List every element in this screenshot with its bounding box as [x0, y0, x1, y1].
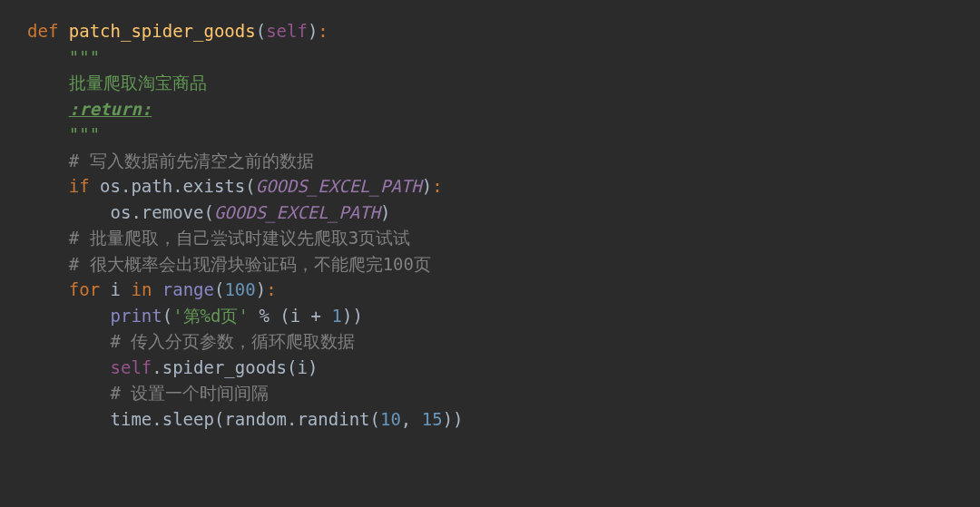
- code-line-6: # 写入数据前先清空之前的数据: [27, 148, 953, 174]
- lparen: (: [203, 202, 213, 222]
- code-line-13: # 传入分页参数，循环爬取数据: [27, 328, 953, 355]
- code-line-10: # 很大概率会出现滑块验证码，不能爬完100页: [27, 251, 953, 278]
- keyword-for: for: [69, 279, 111, 299]
- docstr-indent: [27, 99, 69, 119]
- var-i: i: [297, 357, 307, 377]
- lparen2: (: [279, 306, 289, 326]
- code-line-16: time.sleep(random.randint(10, 15)): [27, 406, 953, 433]
- random-randint: random.randint: [224, 409, 369, 429]
- indent: [27, 202, 111, 222]
- docstr-return: :return:: [69, 99, 152, 119]
- rparen: ): [453, 409, 463, 429]
- rparen: ): [256, 279, 266, 299]
- indent: [27, 409, 111, 429]
- lparen: (: [214, 279, 224, 299]
- indent: [27, 279, 69, 299]
- indent: [27, 357, 111, 377]
- code-line-15: # 设置一个时间间隔: [27, 380, 953, 406]
- function-name: patch_spider_goods: [69, 21, 256, 41]
- keyword-if: if: [69, 176, 100, 196]
- rparen2: ): [443, 409, 453, 429]
- var-i: i: [290, 306, 300, 326]
- keyword-def: def: [27, 21, 69, 41]
- indent: [27, 176, 69, 196]
- lparen2: (: [370, 409, 380, 429]
- lparen: (: [162, 306, 172, 326]
- indent: [27, 306, 111, 326]
- space: [121, 279, 131, 299]
- colon: :: [432, 176, 442, 196]
- code-line-7: if os.path.exists(GOODS_EXCEL_PATH):: [27, 173, 953, 200]
- rparen: ): [352, 306, 362, 326]
- code-line-4: :return:: [27, 96, 953, 122]
- os-path-exists: os.path.exists: [100, 176, 245, 196]
- num-15: 15: [422, 409, 443, 429]
- const-goods-path: GOODS_EXCEL_PATH: [256, 176, 422, 196]
- code-line-8: os.remove(GOODS_EXCEL_PATH): [27, 200, 953, 226]
- string-literal: '第%d页': [172, 306, 249, 326]
- method-spider-goods: spider_goods: [162, 357, 287, 377]
- num-1: 1: [332, 306, 342, 326]
- lparen: (: [214, 409, 224, 429]
- code-line-9: # 批量爬取，自己尝试时建议先爬取3页试试: [27, 225, 953, 251]
- code-line-1: def patch_spider_goods(self):: [27, 18, 953, 44]
- var-i: i: [111, 279, 121, 299]
- self-ref: self: [111, 357, 152, 377]
- colon: :: [266, 279, 276, 299]
- code-editor[interactable]: def patch_spider_goods(self): """ 批量爬取淘宝…: [27, 18, 953, 432]
- rparen2: ): [342, 306, 352, 326]
- builtin-print: print: [111, 306, 162, 326]
- code-line-12: print('第%d页' % (i + 1)): [27, 303, 953, 329]
- comma: ,: [401, 409, 422, 429]
- code-line-3: 批量爬取淘宝商品: [27, 70, 953, 96]
- rparen: ): [308, 21, 318, 41]
- rparen: ): [422, 176, 432, 196]
- op-percent: %: [249, 306, 279, 326]
- code-line-11: for i in range(100):: [27, 277, 953, 303]
- builtin-range: range: [162, 279, 214, 299]
- const-goods-path: GOODS_EXCEL_PATH: [214, 202, 380, 222]
- dot: .: [152, 357, 162, 377]
- lparen: (: [287, 357, 297, 377]
- time-sleep: time.sleep: [111, 409, 214, 429]
- code-line-2: """: [27, 44, 953, 71]
- code-line-14: self.spider_goods(i): [27, 355, 953, 381]
- op-plus: +: [300, 306, 331, 326]
- rparen: ): [308, 357, 318, 377]
- num-100: 100: [224, 279, 255, 299]
- rparen: ): [380, 202, 390, 222]
- os-remove: os.remove: [111, 202, 204, 222]
- keyword-in: in: [131, 279, 162, 299]
- colon: :: [318, 21, 328, 41]
- lparen: (: [245, 176, 255, 196]
- num-10: 10: [380, 409, 401, 429]
- param-self: self: [266, 21, 308, 41]
- lparen: (: [256, 21, 266, 41]
- code-line-5: """: [27, 122, 953, 148]
